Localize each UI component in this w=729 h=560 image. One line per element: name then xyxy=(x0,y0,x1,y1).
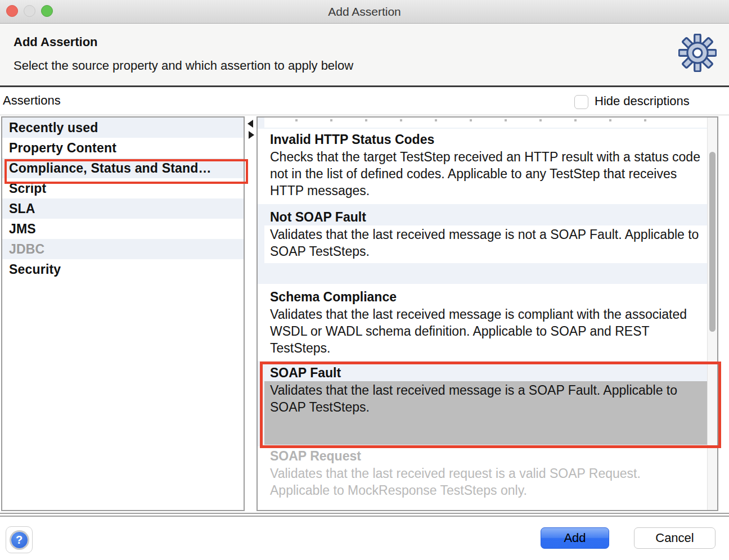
help-button[interactable]: ? xyxy=(6,526,33,553)
footer-separator-2 xyxy=(0,516,729,517)
assertion-item-soap-request: SOAP Request Validates that the last rec… xyxy=(258,446,708,510)
clipped-text-remnant xyxy=(295,119,657,121)
close-button[interactable] xyxy=(6,5,18,17)
category-item-jms[interactable]: JMS xyxy=(2,219,244,239)
annotation-rect-category xyxy=(4,159,248,184)
category-item-security[interactable]: Security xyxy=(2,259,244,279)
header-divider xyxy=(0,85,729,87)
panel-top-hairline xyxy=(0,115,729,115)
scrollbar-thumb[interactable] xyxy=(709,152,716,332)
split-collapse-left-icon[interactable] xyxy=(248,120,253,128)
zoom-button[interactable] xyxy=(41,5,53,17)
category-item-property-content[interactable]: Property Content xyxy=(2,138,244,158)
assertion-item-clipped[interactable] xyxy=(258,118,708,129)
hide-descriptions-label[interactable]: Hide descriptions xyxy=(595,94,690,109)
assertion-item-not-soap-fault[interactable]: Not SOAP Fault Validates that the last r… xyxy=(258,204,708,284)
category-item-sla[interactable]: SLA xyxy=(2,198,244,219)
assertion-description: Checks that the target TestStep received… xyxy=(264,148,708,201)
scrollbar-track[interactable] xyxy=(707,118,717,510)
dialog-heading: Add Assertion xyxy=(14,35,98,49)
assertion-description: Validates that the last received message… xyxy=(264,305,708,359)
footer-separator xyxy=(0,513,729,514)
assertion-list: Invalid HTTP Status Codes Checks that th… xyxy=(256,116,718,511)
add-button[interactable]: Add xyxy=(541,527,609,549)
assertion-cells: Invalid HTTP Status Codes Checks that th… xyxy=(258,118,708,510)
assertion-description: Validates that the last received message… xyxy=(264,225,708,263)
assertion-item-invalid-http-status-codes[interactable]: Invalid HTTP Status Codes Checks that th… xyxy=(258,129,708,204)
question-mark-icon: ? xyxy=(11,532,28,548)
assertion-title: Invalid HTTP Status Codes xyxy=(258,129,708,148)
category-item-jdbc: JDBC xyxy=(2,239,244,259)
assertion-title: Schema Compliance xyxy=(258,284,708,305)
dialog-subtitle: Select the source property and which ass… xyxy=(14,58,353,73)
hide-descriptions-checkbox[interactable] xyxy=(574,95,588,109)
window-title: Add Assertion xyxy=(0,0,729,23)
assertions-section-label: Assertions xyxy=(3,93,61,108)
dialog-header: Add Assertion Select the source property… xyxy=(0,24,729,85)
annotation-rect-soap-fault xyxy=(260,362,721,448)
traffic-lights xyxy=(6,5,53,17)
cancel-button[interactable]: Cancel xyxy=(634,527,716,549)
minimize-button[interactable] xyxy=(24,5,35,17)
assertion-description: Validates that the last received request… xyxy=(264,464,708,501)
assertion-title: Not SOAP Fault xyxy=(258,204,708,225)
gear-icon xyxy=(678,34,717,72)
category-item-recently-used[interactable]: Recently used xyxy=(2,118,244,138)
assertion-item-schema-compliance[interactable]: Schema Compliance Validates that the las… xyxy=(258,284,708,361)
split-collapse-right-icon[interactable] xyxy=(249,131,254,139)
assertion-title: SOAP Request xyxy=(258,446,708,464)
title-bar: Add Assertion xyxy=(0,0,729,24)
